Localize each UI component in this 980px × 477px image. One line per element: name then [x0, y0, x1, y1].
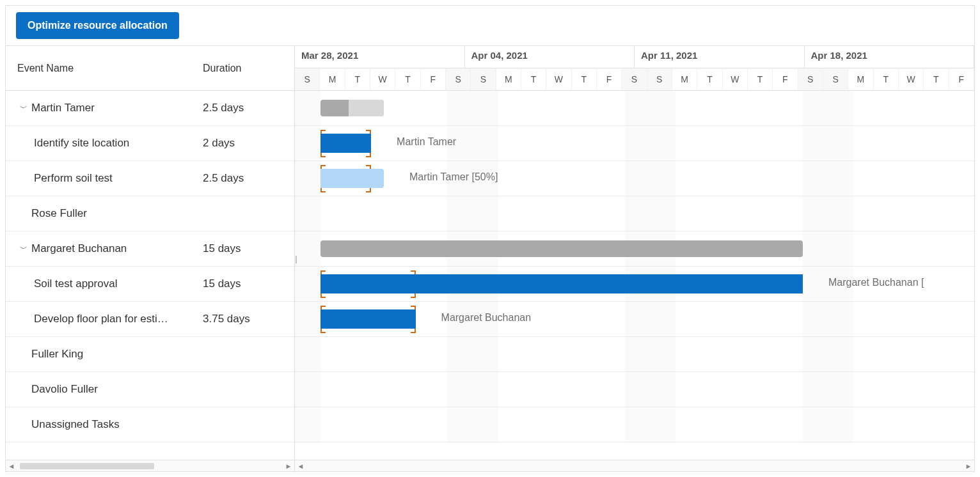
week-header[interactable]: Apr 04, 2021 — [465, 46, 635, 68]
row-name: Unassigned Tasks — [31, 418, 120, 431]
tree-row[interactable]: Unassigned Tasks — [6, 407, 294, 442]
splitter-handle[interactable]: || — [292, 46, 297, 471]
tree-row[interactable]: Identify site location 2 days — [6, 126, 294, 161]
bar-label: Martin Tamer [50%] — [409, 171, 498, 183]
toolbar: Optimize resource allocation — [6, 6, 974, 46]
day-header: W — [546, 68, 571, 90]
chart-row[interactable] — [295, 372, 974, 407]
day-header: S — [446, 68, 471, 90]
scroll-thumb[interactable] — [20, 463, 154, 469]
row-name: Davolio Fuller — [31, 383, 98, 396]
week-header[interactable]: Apr 11, 2021 — [635, 46, 805, 68]
chevron-down-icon[interactable]: ﹀ — [19, 244, 29, 254]
day-header: T — [748, 68, 773, 90]
day-header: T — [521, 68, 546, 90]
row-name: Margaret Buchanan — [31, 242, 127, 255]
gantt-bar[interactable] — [320, 240, 803, 257]
row-name: Perform soil test — [34, 172, 113, 185]
day-header: W — [370, 68, 395, 90]
tree-row[interactable]: Fuller King — [6, 337, 294, 372]
chart-row[interactable] — [295, 407, 974, 442]
day-header: S — [798, 68, 823, 90]
day-header: F — [773, 68, 798, 90]
tree-header: Event Name Duration — [6, 46, 294, 91]
chart-row[interactable] — [295, 196, 974, 231]
row-duration: 2 days — [203, 137, 294, 150]
tree-row[interactable]: Perform soil test 2.5 days — [6, 161, 294, 196]
day-header: M — [672, 68, 697, 90]
day-header: M — [848, 68, 873, 90]
scroll-left-icon[interactable]: ◄ — [6, 462, 17, 470]
row-duration: 2.5 days — [203, 172, 294, 185]
day-header: F — [597, 68, 622, 90]
bar-label: Martin Tamer — [397, 136, 456, 148]
bar-label: Margaret Buchanan — [441, 312, 532, 324]
tree-row[interactable]: ﹀ Margaret Buchanan 15 days — [6, 231, 294, 267]
row-duration: 15 days — [203, 242, 294, 255]
day-header: T — [345, 68, 370, 90]
row-name: Develop floor plan for esti… — [34, 313, 168, 325]
tree-row[interactable]: Rose Fuller — [6, 196, 294, 231]
day-header: S — [823, 68, 848, 90]
day-header: T — [395, 68, 420, 90]
day-header: F — [421, 68, 446, 90]
row-name: Identify site location — [34, 137, 129, 150]
day-header: S — [647, 68, 672, 90]
week-header[interactable]: Apr 18, 2021 — [805, 46, 975, 68]
day-header: M — [496, 68, 521, 90]
tree-row[interactable]: ﹀ Martin Tamer 2.5 days — [6, 91, 294, 126]
row-name: Fuller King — [31, 348, 83, 361]
row-duration: 15 days — [203, 278, 294, 290]
column-header-duration[interactable]: Duration — [203, 63, 294, 74]
week-header[interactable]: Mar 28, 2021 — [295, 46, 465, 68]
row-name: Soil test approval — [34, 278, 117, 290]
day-header: T — [697, 68, 722, 90]
row-name: Rose Fuller — [31, 207, 87, 220]
day-header: T — [572, 68, 597, 90]
tree-panel: Event Name Duration ﹀ Martin Tamer 2.5 d… — [6, 46, 295, 471]
gantt-chart: Optimize resource allocation Event Name … — [5, 5, 975, 472]
day-header: F — [949, 68, 974, 90]
optimize-button[interactable]: Optimize resource allocation — [16, 12, 179, 39]
day-header: T — [924, 68, 949, 90]
day-header: T — [874, 68, 899, 90]
day-header: S — [471, 68, 496, 90]
bar-label: Margaret Buchanan [ — [828, 277, 924, 288]
timeline-horizontal-scrollbar[interactable]: ◄ ► — [295, 460, 974, 471]
tree-horizontal-scrollbar[interactable]: ◄ ► — [6, 460, 294, 471]
row-name: Martin Tamer — [31, 102, 95, 114]
chart-row[interactable] — [295, 91, 974, 126]
gantt-bar[interactable] — [320, 309, 416, 329]
gantt-bar[interactable] — [320, 100, 384, 116]
gantt-bar[interactable] — [320, 274, 803, 293]
gantt-bar[interactable] — [320, 134, 371, 153]
chart-row[interactable] — [295, 161, 974, 196]
chart-row[interactable] — [295, 337, 974, 372]
day-header: W — [899, 68, 924, 90]
day-header: S — [295, 68, 320, 90]
timeline-header: Mar 28, 2021 Apr 04, 2021 Apr 11, 2021 A… — [295, 46, 974, 91]
tree-row[interactable]: Soil test approval 15 days — [6, 267, 294, 302]
day-header: M — [320, 68, 345, 90]
timeline-panel: Mar 28, 2021 Apr 04, 2021 Apr 11, 2021 A… — [295, 46, 974, 471]
chart-body: Martin TamerMartin Tamer [50%]Margaret B… — [295, 91, 974, 460]
day-header: S — [622, 68, 647, 90]
tree-row[interactable]: Develop floor plan for esti… 3.75 days — [6, 302, 294, 337]
chevron-down-icon[interactable]: ﹀ — [19, 103, 29, 114]
day-header: W — [723, 68, 748, 90]
tree-row[interactable]: Davolio Fuller — [6, 372, 294, 407]
column-header-name[interactable]: Event Name — [6, 63, 203, 74]
row-duration: 2.5 days — [203, 102, 294, 114]
gantt-bar[interactable] — [320, 169, 384, 188]
scroll-right-icon[interactable]: ► — [963, 462, 974, 470]
row-duration: 3.75 days — [203, 313, 294, 325]
